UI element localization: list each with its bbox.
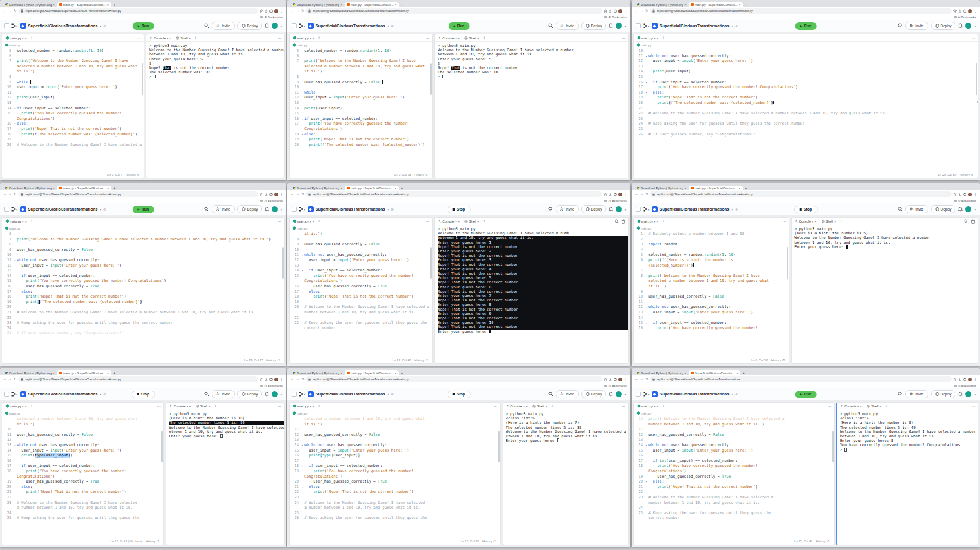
browser-tab[interactable]: Download Python | Python.org × — [3, 2, 57, 7]
code-line[interactable]: 22 print('Nope! That is not the correct … — [290, 490, 500, 495]
menu-kebab-icon[interactable]: ⋮ — [973, 9, 977, 13]
tab-close-icon[interactable]: × — [169, 36, 171, 40]
chevron-down-icon[interactable]: ▾ — [974, 393, 976, 396]
add-tab-button[interactable]: + — [30, 219, 33, 223]
console-output[interactable]: > python3 main.py<class 'int'>(Here is a… — [837, 410, 978, 545]
code-line[interactable]: 25 — [290, 511, 500, 516]
code-line[interactable]: a number between 1 and 10, try and guess… — [2, 505, 163, 511]
deploy-button[interactable]: Deploy — [237, 205, 262, 213]
code-line[interactable]: 14 — [634, 316, 789, 321]
file-tab[interactable]: main.py ▾ × — [636, 220, 659, 223]
code-line[interactable]: Congratulations') — [2, 116, 144, 122]
forward-icon[interactable]: → — [296, 193, 300, 196]
code-line[interactable]: 24 — [634, 505, 834, 511]
code-line[interactable]: 15 user_input = input('Enter your guess … — [290, 448, 500, 454]
history-button[interactable]: History ↺ — [414, 173, 428, 176]
more-options-icon[interactable]: ⋯ — [971, 404, 975, 408]
tab-close-icon[interactable]: × — [53, 187, 55, 190]
avatar[interactable] — [616, 206, 622, 212]
code-line[interactable]: 11 — [290, 427, 500, 432]
tab-close-icon[interactable]: × — [25, 220, 27, 223]
privacy-icon[interactable]: ⊘ — [735, 392, 738, 396]
chevron-down-icon[interactable]: ▾ — [624, 24, 626, 28]
new-tab-button[interactable]: + — [113, 372, 115, 375]
tab-close-icon[interactable]: × — [189, 405, 191, 408]
privacy-icon[interactable]: ⊘ — [391, 207, 394, 211]
bookmarks-label[interactable]: AI Bookmarks — [958, 384, 976, 387]
code-line[interactable]: number between 1 and 10, try and guess w… — [634, 422, 834, 428]
code-line[interactable]: 13 — [290, 263, 432, 269]
tab-console[interactable]: >_ Console ▾ × — [149, 36, 172, 40]
extensions-icon[interactable] — [270, 193, 273, 196]
code-line[interactable]: 12 user_input = input('Enter your guess … — [290, 258, 432, 263]
new-tab-button[interactable]: + — [745, 187, 747, 190]
code-line[interactable]: 16 — [2, 459, 163, 464]
code-line[interactable]: 5selected_number = random.randint(1, 10) — [634, 252, 789, 258]
code-line[interactable]: 8print('Welcome to the Number Guessing G… — [634, 274, 789, 279]
forward-icon[interactable]: → — [9, 9, 13, 13]
menu-kebab-icon[interactable]: ⋮ — [624, 9, 627, 13]
code-line[interactable]: 13▾while not user_has_guessed_correctly: — [2, 443, 163, 448]
code-line[interactable]: Congratulations') — [634, 469, 834, 474]
code-line[interactable]: 16▾ if user_input == selected_number: — [634, 80, 978, 85]
scrollbar-thumb[interactable] — [430, 63, 432, 95]
code-line[interactable]: 17▾ if int(user_input) == selected_numbe… — [634, 459, 834, 464]
code-line[interactable]: 6 — [2, 232, 284, 237]
code-line[interactable]: a number between 1 and 10, try and guess… — [290, 505, 500, 511]
back-icon[interactable]: ← — [635, 193, 639, 196]
invite-button[interactable]: Invite — [556, 390, 578, 398]
code-line[interactable]: 10 — [290, 85, 432, 90]
code-line[interactable]: 6 — [2, 54, 144, 59]
tab-close-icon[interactable]: × — [860, 405, 862, 408]
fold-arrow-icon[interactable]: ▾ — [301, 132, 304, 138]
file-tab[interactable]: main.py ▾ × — [636, 36, 659, 40]
fold-arrow-icon[interactable]: ▾ — [645, 80, 648, 85]
search-icon[interactable] — [548, 23, 553, 28]
bookmark-star-icon[interactable] — [260, 378, 263, 381]
invite-button[interactable]: Invite — [905, 22, 928, 30]
browser-tab-active[interactable]: main.py - SuperficialGlorious... × — [345, 186, 399, 190]
address-bar[interactable]: replit.com/@ShaunWasad/SuperficialGlorio… — [305, 191, 602, 197]
code-line[interactable]: 12user_has_guessed_correctly = False — [290, 432, 500, 438]
tab-console[interactable]: >_ Console ▾ × — [840, 405, 863, 408]
chevron-down-icon[interactable]: ▾ — [812, 220, 814, 223]
bookmarks-label[interactable]: AI Bookmarks — [264, 16, 283, 19]
code-line[interactable]: 6print(f'(Here is a hint: the number is — [634, 258, 789, 263]
fold-arrow-icon[interactable]: ▾ — [13, 274, 17, 279]
code-line[interactable]: 5selected_number = random.randint(1, 10) — [2, 48, 144, 54]
select-checkbox[interactable] — [292, 392, 297, 397]
chevron-down-icon[interactable]: ▾ — [280, 24, 282, 28]
extensions-icon[interactable] — [614, 193, 617, 196]
code-line[interactable]: 13 — [2, 268, 284, 274]
bookmarks-label[interactable]: AI Bookmarks — [264, 384, 283, 387]
fold-arrow-icon[interactable]: ▾ — [645, 320, 648, 326]
download-icon[interactable] — [265, 378, 268, 381]
deploy-button[interactable]: Deploy — [237, 390, 262, 398]
console-output[interactable]: > python3 main.pyWelcome to the Number G… — [435, 225, 628, 363]
code-line[interactable]: Congratulations') — [290, 279, 432, 284]
address-bar[interactable]: replit.com/@ShaunWasad/SuperficialGlorio… — [18, 8, 258, 14]
code-line[interactable]: 11 — [634, 427, 834, 432]
history-button[interactable]: History ↺ — [145, 540, 159, 543]
code-line[interactable]: 8 — [2, 242, 284, 248]
chevron-down-icon[interactable]: ▾ — [22, 405, 24, 408]
tab-close-icon[interactable]: × — [546, 405, 548, 408]
bell-icon[interactable] — [265, 207, 269, 212]
menu-kebab-icon[interactable]: ⋮ — [624, 378, 627, 381]
tab-close-icon[interactable]: × — [458, 36, 460, 40]
replit-logo-icon[interactable]: ▾ — [643, 392, 650, 397]
code-line[interactable]: 15 print('You have correctly guessed the… — [2, 111, 144, 116]
menu-kebab-icon[interactable]: ⋮ — [973, 193, 977, 196]
code-line[interactable]: 19 — [2, 137, 144, 143]
tab-close-icon[interactable]: × — [657, 220, 659, 223]
chevron-down-icon[interactable]: ▾ — [280, 208, 282, 211]
code-editor[interactable]: selected a number between 1 and 10, try … — [2, 416, 163, 538]
code-line[interactable]: 12 user_input = input('Enter your guess … — [634, 59, 978, 64]
privacy-icon[interactable]: ⊘ — [735, 207, 738, 211]
code-line[interactable]: it is.') — [290, 422, 500, 428]
code-line[interactable]: Congratulations') — [290, 127, 432, 132]
menu-kebab-icon[interactable]: ⋮ — [280, 378, 283, 381]
search-icon[interactable] — [898, 23, 903, 28]
breadcrumb[interactable]: main.py — [634, 42, 978, 48]
select-checkbox[interactable] — [4, 392, 9, 397]
